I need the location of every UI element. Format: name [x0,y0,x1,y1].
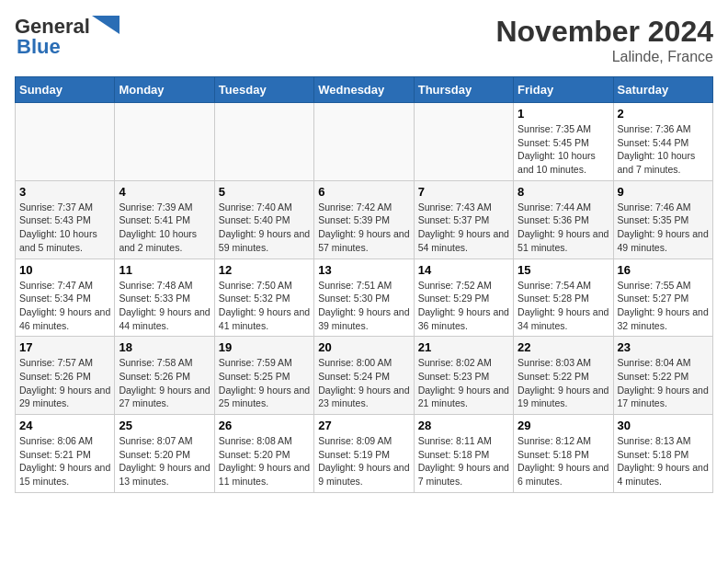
day-info: Sunrise: 8:04 AMSunset: 5:22 PMDaylight:… [618,356,709,410]
day-number: 10 [19,263,110,277]
calendar-cell: 3Sunrise: 7:37 AMSunset: 5:43 PMDaylight… [16,180,115,259]
calendar-cell: 13Sunrise: 7:51 AMSunset: 5:30 PMDayligh… [314,259,414,337]
day-number: 21 [418,340,509,354]
day-info: Sunrise: 7:37 AMSunset: 5:43 PMDaylight:… [19,201,110,255]
day-number: 14 [418,263,509,277]
day-info: Sunrise: 7:52 AMSunset: 5:29 PMDaylight:… [418,279,509,333]
day-number: 25 [119,419,210,432]
calendar-week-row: 24Sunrise: 8:06 AMSunset: 5:21 PMDayligh… [16,415,713,493]
day-number: 16 [618,263,709,277]
day-number: 22 [518,340,609,354]
calendar-cell: 2Sunrise: 7:36 AMSunset: 5:44 PMDaylight… [613,103,712,181]
month-title: November 2024 [495,15,713,49]
calendar-cell [314,103,414,181]
calendar-cell: 4Sunrise: 7:39 AMSunset: 5:41 PMDaylight… [115,180,214,259]
calendar-cell: 27Sunrise: 8:09 AMSunset: 5:19 PMDayligh… [314,415,414,493]
day-number: 1 [518,107,609,121]
header-day: Saturday [613,77,712,103]
day-number: 24 [19,419,110,432]
day-info: Sunrise: 8:09 AMSunset: 5:19 PMDaylight:… [318,434,409,488]
day-info: Sunrise: 8:06 AMSunset: 5:21 PMDaylight:… [19,434,110,488]
day-number: 19 [219,340,310,354]
calendar-cell [214,103,313,181]
calendar-cell: 25Sunrise: 8:07 AMSunset: 5:20 PMDayligh… [115,415,214,493]
location: Lalinde, France [495,49,713,65]
day-number: 17 [19,340,110,354]
calendar-cell: 11Sunrise: 7:48 AMSunset: 5:33 PMDayligh… [115,259,214,337]
day-number: 5 [219,185,310,199]
calendar-cell: 5Sunrise: 7:40 AMSunset: 5:40 PMDaylight… [214,180,313,259]
day-number: 7 [418,185,509,199]
calendar-body: 1Sunrise: 7:35 AMSunset: 5:45 PMDaylight… [16,103,713,493]
day-info: Sunrise: 8:13 AMSunset: 5:18 PMDaylight:… [618,434,709,488]
calendar-cell: 1Sunrise: 7:35 AMSunset: 5:45 PMDaylight… [514,103,613,181]
day-number: 6 [318,185,409,199]
day-number: 3 [19,185,110,199]
logo-icon [92,16,119,38]
logo-blue: Blue [17,35,61,59]
day-info: Sunrise: 7:59 AMSunset: 5:25 PMDaylight:… [219,356,310,410]
calendar-cell: 18Sunrise: 7:58 AMSunset: 5:26 PMDayligh… [115,337,214,415]
day-info: Sunrise: 7:47 AMSunset: 5:34 PMDaylight:… [19,279,110,333]
calendar-cell: 22Sunrise: 8:03 AMSunset: 5:22 PMDayligh… [514,337,613,415]
day-info: Sunrise: 7:51 AMSunset: 5:30 PMDaylight:… [318,279,409,333]
day-number: 18 [119,340,210,354]
day-info: Sunrise: 7:58 AMSunset: 5:26 PMDaylight:… [119,356,210,410]
day-info: Sunrise: 8:07 AMSunset: 5:20 PMDaylight:… [119,434,210,488]
header-day: Thursday [414,77,513,103]
day-info: Sunrise: 7:43 AMSunset: 5:37 PMDaylight:… [418,201,509,255]
day-number: 26 [219,419,310,432]
calendar-cell: 17Sunrise: 7:57 AMSunset: 5:26 PMDayligh… [16,337,115,415]
day-number: 29 [518,419,609,432]
day-info: Sunrise: 7:46 AMSunset: 5:35 PMDaylight:… [618,201,709,255]
day-number: 8 [518,185,609,199]
day-info: Sunrise: 8:12 AMSunset: 5:18 PMDaylight:… [518,434,609,488]
calendar-header: SundayMondayTuesdayWednesdayThursdayFrid… [16,77,713,103]
calendar-week-row: 10Sunrise: 7:47 AMSunset: 5:34 PMDayligh… [16,259,713,337]
calendar-week-row: 17Sunrise: 7:57 AMSunset: 5:26 PMDayligh… [16,337,713,415]
header: General Blue November 2024 Lalinde, Fran… [15,15,713,65]
day-number: 30 [618,419,709,432]
header-day: Monday [115,77,214,103]
calendar-cell: 7Sunrise: 7:43 AMSunset: 5:37 PMDaylight… [414,180,513,259]
day-info: Sunrise: 7:40 AMSunset: 5:40 PMDaylight:… [219,201,310,255]
calendar-cell: 29Sunrise: 8:12 AMSunset: 5:18 PMDayligh… [514,415,613,493]
day-number: 13 [318,263,409,277]
day-number: 12 [219,263,310,277]
day-info: Sunrise: 7:55 AMSunset: 5:27 PMDaylight:… [618,279,709,333]
day-number: 9 [618,185,709,199]
calendar-cell: 21Sunrise: 8:02 AMSunset: 5:23 PMDayligh… [414,337,513,415]
calendar-cell: 9Sunrise: 7:46 AMSunset: 5:35 PMDaylight… [613,180,712,259]
day-info: Sunrise: 7:36 AMSunset: 5:44 PMDaylight:… [618,122,709,177]
calendar-cell: 26Sunrise: 8:08 AMSunset: 5:20 PMDayligh… [214,415,313,493]
day-number: 27 [318,419,409,432]
day-number: 4 [119,185,210,199]
calendar-cell: 19Sunrise: 7:59 AMSunset: 5:25 PMDayligh… [214,337,313,415]
calendar-cell: 6Sunrise: 7:42 AMSunset: 5:39 PMDaylight… [314,180,414,259]
day-info: Sunrise: 7:54 AMSunset: 5:28 PMDaylight:… [518,279,609,333]
calendar-cell: 8Sunrise: 7:44 AMSunset: 5:36 PMDaylight… [514,180,613,259]
day-info: Sunrise: 8:02 AMSunset: 5:23 PMDaylight:… [418,356,509,410]
calendar-week-row: 1Sunrise: 7:35 AMSunset: 5:45 PMDaylight… [16,103,713,181]
calendar-week-row: 3Sunrise: 7:37 AMSunset: 5:43 PMDaylight… [16,180,713,259]
day-info: Sunrise: 7:57 AMSunset: 5:26 PMDaylight:… [19,356,110,410]
calendar-cell: 30Sunrise: 8:13 AMSunset: 5:18 PMDayligh… [613,415,712,493]
calendar-cell: 15Sunrise: 7:54 AMSunset: 5:28 PMDayligh… [514,259,613,337]
calendar-cell: 20Sunrise: 8:00 AMSunset: 5:24 PMDayligh… [314,337,414,415]
day-number: 23 [618,340,709,354]
day-info: Sunrise: 8:03 AMSunset: 5:22 PMDaylight:… [518,356,609,410]
svg-marker-0 [92,16,119,34]
calendar-cell: 16Sunrise: 7:55 AMSunset: 5:27 PMDayligh… [613,259,712,337]
day-info: Sunrise: 7:44 AMSunset: 5:36 PMDaylight:… [518,201,609,255]
calendar-cell: 10Sunrise: 7:47 AMSunset: 5:34 PMDayligh… [16,259,115,337]
day-info: Sunrise: 8:00 AMSunset: 5:24 PMDaylight:… [318,356,409,410]
day-info: Sunrise: 7:35 AMSunset: 5:45 PMDaylight:… [518,122,609,177]
day-info: Sunrise: 7:42 AMSunset: 5:39 PMDaylight:… [318,201,409,255]
header-day: Tuesday [214,77,313,103]
day-number: 20 [318,340,409,354]
header-day: Sunday [16,77,115,103]
calendar-cell: 24Sunrise: 8:06 AMSunset: 5:21 PMDayligh… [16,415,115,493]
calendar-cell: 12Sunrise: 7:50 AMSunset: 5:32 PMDayligh… [214,259,313,337]
calendar-cell: 14Sunrise: 7:52 AMSunset: 5:29 PMDayligh… [414,259,513,337]
day-info: Sunrise: 7:39 AMSunset: 5:41 PMDaylight:… [119,201,210,255]
